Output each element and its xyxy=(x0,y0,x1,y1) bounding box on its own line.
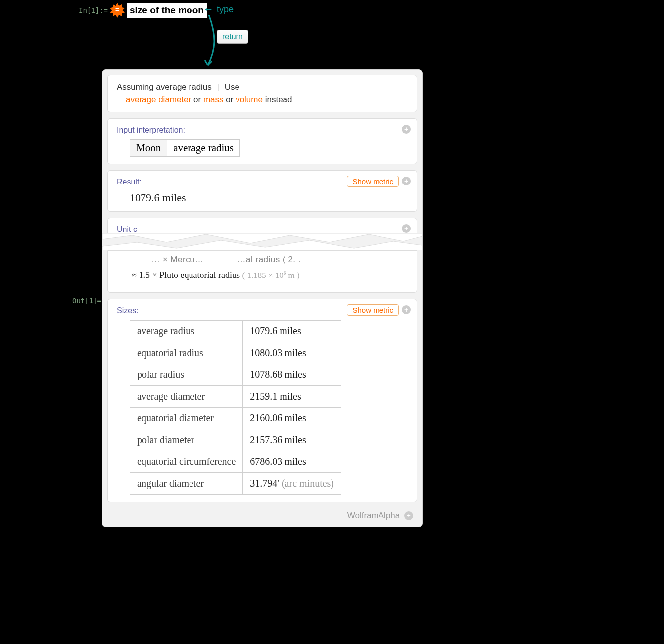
sizes-pod: Show metric + Sizes: average radius1079.… xyxy=(107,299,417,502)
size-value: 1079.6 miles xyxy=(243,320,341,342)
result-value: 1079.6 miles xyxy=(130,191,408,204)
footer-brand[interactable]: WolframAlpha xyxy=(347,511,400,520)
curve-arrow-icon xyxy=(199,15,219,69)
plus-icon[interactable]: + xyxy=(402,177,411,185)
comparison-fragment: … × Mercu… …al radius ( 2. . xyxy=(151,255,408,265)
interpretation-entity: Moon xyxy=(130,140,167,157)
size-label: polar radius xyxy=(130,364,243,385)
torn-edge-icon xyxy=(102,233,422,250)
result-pod: Show metric + Result: 1079.6 miles xyxy=(107,170,417,212)
in-label: In[1]:= xyxy=(79,6,108,14)
or-text: or xyxy=(226,95,233,104)
size-value: 2160.06 miles xyxy=(243,407,341,429)
show-metric-button[interactable]: Show metric xyxy=(347,304,399,316)
query-input[interactable]: size of the moon xyxy=(127,3,207,18)
size-value: 1080.03 miles xyxy=(243,342,341,364)
sizes-table: average radius1079.6 milesequatorial rad… xyxy=(130,320,341,495)
type-annotation: ← type xyxy=(203,3,234,16)
assumption-alt-mass[interactable]: mass xyxy=(203,95,224,104)
size-value: 2157.36 miles xyxy=(243,429,341,451)
assumption-use: Use xyxy=(225,82,239,92)
input-row: In[1]:= size of the moon xyxy=(79,3,207,18)
interpretation-property: average radius xyxy=(167,140,240,157)
size-label: average radius xyxy=(130,320,243,342)
assumption-prefix: Assuming average radius xyxy=(117,82,212,92)
size-unit: (arc minutes) xyxy=(279,478,334,489)
footer: WolframAlpha + xyxy=(107,508,417,522)
show-metric-button[interactable]: Show metric xyxy=(347,176,399,187)
table-row: angular diameter31.794' (arc minutes) xyxy=(130,472,341,494)
unit-conversions-pod-bottom: … × Mercu… …al radius ( 2. . ≈ 1.5 × Plu… xyxy=(107,250,417,293)
table-row: average diameter2159.1 miles xyxy=(130,385,341,407)
table-row: polar radius1078.68 miles xyxy=(130,364,341,385)
out-label: Out[1]= xyxy=(72,297,101,305)
assumption-alt-diameter[interactable]: average diameter xyxy=(126,95,191,104)
size-value: 1078.68 miles xyxy=(243,364,341,385)
return-key-button[interactable]: return xyxy=(217,30,248,44)
or-text: or xyxy=(193,95,201,104)
comparison-prefix: ≈ 1.5 xyxy=(132,270,150,280)
wolfram-alpha-result-panel: Assuming average radius | Use average di… xyxy=(102,69,423,527)
size-label: equatorial circumference xyxy=(130,451,243,472)
plus-icon[interactable]: + xyxy=(402,305,411,314)
interpretation-pod: + Input interpretation: Moon average rad… xyxy=(107,118,417,164)
size-label: average diameter xyxy=(130,385,243,407)
assumption-alt-volume[interactable]: volume xyxy=(236,95,263,104)
comparison-line-pluto: ≈ 1.5 × Pluto equatorial radius ( 1.185 … xyxy=(132,270,408,280)
divider-icon: | xyxy=(217,82,219,92)
size-label: angular diameter xyxy=(130,472,243,494)
arrow-left-icon: ← xyxy=(203,3,214,16)
fragment-left: … × Mercu… xyxy=(151,255,204,264)
assumption-line-2: average diameter or mass or volume inste… xyxy=(117,95,408,105)
comparison-mid: × Pluto equatorial radius xyxy=(152,270,240,280)
table-row: polar diameter2157.36 miles xyxy=(130,429,341,451)
size-label: equatorial diameter xyxy=(130,407,243,429)
table-row: equatorial diameter2160.06 miles xyxy=(130,407,341,429)
size-value: 2159.1 miles xyxy=(243,385,341,407)
assumption-line-1: Assuming average radius | Use xyxy=(117,82,408,92)
unit-pod-title: Unit c xyxy=(117,225,408,234)
type-label: type xyxy=(217,4,234,15)
size-value: 6786.03 miles xyxy=(243,451,341,472)
size-label: polar diameter xyxy=(130,429,243,451)
wolfram-equals-icon[interactable] xyxy=(110,3,125,18)
table-row: average radius1079.6 miles xyxy=(130,320,341,342)
table-row: equatorial circumference6786.03 miles xyxy=(130,451,341,472)
plus-icon[interactable]: + xyxy=(404,511,413,520)
assumption-suffix: instead xyxy=(265,95,292,104)
size-label: equatorial radius xyxy=(130,342,243,364)
plus-icon[interactable]: + xyxy=(402,224,411,233)
table-row: equatorial radius1080.03 miles xyxy=(130,342,341,364)
size-value: 31.794' (arc minutes) xyxy=(243,472,341,494)
comparison-detail-b: m ) xyxy=(286,271,299,280)
assumption-pod: Assuming average radius | Use average di… xyxy=(107,75,417,112)
comparison-detail-a: ( 1.185 × 10 xyxy=(242,271,284,280)
fragment-right: …al radius ( 2. . xyxy=(237,255,301,264)
interpretation-table: Moon average radius xyxy=(130,139,240,157)
interpretation-title: Input interpretation: xyxy=(117,126,408,135)
plus-icon[interactable]: + xyxy=(402,125,411,134)
